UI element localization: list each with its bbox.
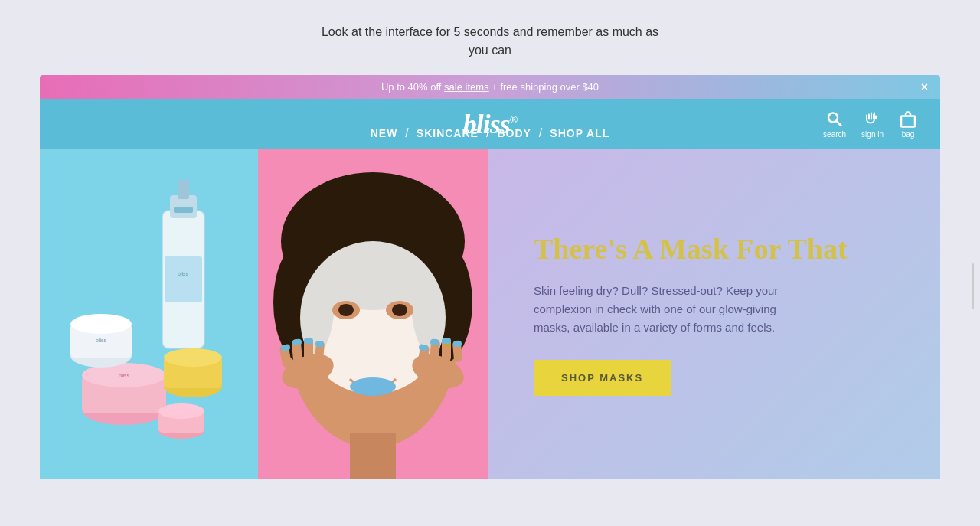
svg-point-22: [158, 403, 204, 419]
nav-bar: bliss® NEW / SKINCARE / BODY / SHOP ALL …: [40, 99, 940, 149]
svg-rect-51: [442, 338, 451, 344]
instruction-text-line1: Look at the interface for 5 seconds and …: [322, 25, 658, 38]
svg-text:bliss: bliss: [96, 338, 107, 343]
nav-logo[interactable]: bliss® NEW / SKINCARE / BODY / SHOP ALL: [463, 108, 518, 140]
nav-icons: search sign in bag: [823, 110, 917, 139]
svg-rect-7: [165, 256, 202, 302]
search-button[interactable]: search: [823, 110, 846, 139]
sign-in-button[interactable]: sign in: [861, 110, 884, 139]
svg-rect-42: [304, 338, 313, 344]
hero-tagline: There's A Mask For That: [534, 232, 894, 267]
nav-link-new[interactable]: NEW: [371, 127, 398, 139]
nav-link-shop-all[interactable]: SHOP ALL: [550, 127, 609, 139]
bag-icon: [899, 110, 917, 129]
sale-items-link[interactable]: sale items: [444, 81, 489, 93]
hero-center-panel: [258, 149, 488, 479]
svg-point-18: [70, 314, 132, 334]
promo-banner: Up to 40% off sale items + free shipping…: [40, 75, 940, 99]
nav-link-skincare[interactable]: SKINCARE: [416, 127, 479, 139]
svg-point-32: [338, 304, 354, 316]
svg-rect-28: [350, 433, 396, 479]
svg-point-0: [828, 113, 838, 123]
product-jars-illustration: bliss bliss bliss: [40, 149, 258, 479]
svg-line-1: [837, 122, 841, 126]
nav-link-body[interactable]: BODY: [497, 127, 531, 139]
instruction-text-line2: you can: [469, 44, 511, 57]
shop-masks-button[interactable]: SHOP MASKS: [534, 360, 671, 396]
svg-rect-53: [445, 344, 451, 347]
nav-links: NEW / SKINCARE / BODY / SHOP ALL: [371, 126, 610, 140]
svg-text:bliss: bliss: [119, 373, 130, 378]
svg-point-34: [350, 377, 396, 396]
hero-right-panel: There's A Mask For That Skin feeling dry…: [488, 149, 940, 479]
hand-icon: [864, 110, 882, 129]
svg-point-33: [392, 304, 407, 316]
hero-description: Skin feeling dry? Dull? Stressed-out? Ke…: [534, 282, 809, 337]
promo-text: Up to 40% off sale items + free shipping…: [381, 81, 599, 93]
bag-button[interactable]: bag: [899, 110, 917, 139]
svg-rect-5: [178, 180, 189, 199]
hero-section: bliss bliss bliss: [40, 149, 940, 479]
instruction-bar: Look at the interface for 5 seconds and …: [0, 0, 980, 75]
close-banner-button[interactable]: ×: [921, 80, 928, 94]
svg-rect-2: [901, 116, 915, 127]
face-image-illustration: [258, 149, 488, 479]
search-icon: [825, 110, 844, 129]
svg-point-15: [164, 348, 222, 367]
svg-text:bliss: bliss: [178, 271, 189, 276]
svg-rect-6: [174, 207, 193, 213]
browser-window: Up to 40% off sale items + free shipping…: [40, 75, 940, 479]
hero-left-panel: bliss bliss bliss: [40, 149, 258, 479]
